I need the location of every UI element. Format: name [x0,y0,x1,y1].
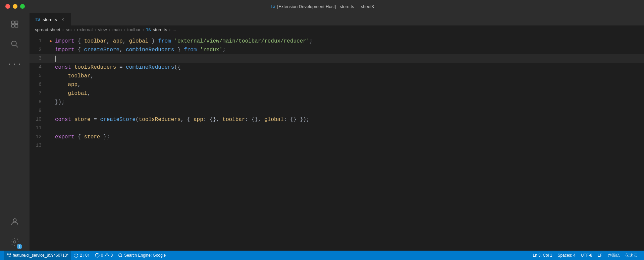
breadcrumb-item-7[interactable]: ... [173,27,176,32]
status-line-ending[interactable]: LF [595,251,605,260]
breadcrumb-sep-4: › [124,27,125,32]
breadcrumb-sep-1: › [74,27,75,32]
breadcrumb-item-3[interactable]: view [98,27,107,32]
breadcrumb-item-2[interactable]: external [77,27,93,32]
code-line-4: 4 const toolsReducers = combineReducers(… [30,63,644,72]
line-content-12: export { store }; [52,133,644,141]
explorer-icon[interactable] [6,15,23,33]
line-content-10: const store = createStore(toolsReducers,… [52,115,644,124]
status-position[interactable]: Ln 3, Col 1 [530,251,555,260]
error-count: 0 [101,253,103,258]
branch-name: feature/di_service_859460713* [13,253,68,258]
maximize-button[interactable] [20,4,25,9]
warning-icon [105,253,109,258]
line-num-5: 5 [30,72,50,80]
line-num-1: 1 [30,37,50,46]
svg-rect-2 [15,21,18,24]
breadcrumb: spread-sheet › src › external › view › m… [30,25,644,34]
svg-point-16 [119,254,122,257]
code-line-10: 10 const store = createStore(toolsReduce… [30,115,644,124]
close-button[interactable] [5,4,10,9]
breadcrumb-item-1[interactable]: src [66,27,71,32]
title-ts-icon: TS [270,4,275,9]
svg-point-4 [12,41,16,46]
code-line-3: 3 [30,54,644,63]
status-branch[interactable]: feature/di_service_859460713* [4,251,71,260]
code-editor[interactable]: 1 ▶ import { toolbar, app, global } from… [30,34,644,251]
line-content-7: global, [52,89,644,98]
activity-bar: ··· 1 [0,13,30,251]
status-right1[interactable]: @混亿 [605,251,623,260]
line-content-8: }); [52,98,644,107]
right1-label: @混亿 [608,253,620,258]
line-num-12: 12 [30,133,50,141]
svg-point-7 [14,241,16,243]
line-num-2: 2 [30,46,50,54]
code-line-7: 7 global, [30,89,644,98]
code-line-2: 2 import { createStore, combineReducers … [30,46,644,54]
status-sync[interactable]: 2↓ 0↑ [71,251,92,260]
line-num-8: 8 [30,98,50,107]
more-activity-icon[interactable]: ··· [6,56,23,73]
status-encoding[interactable]: UTF-8 [578,251,595,260]
status-search-engine[interactable]: Search Engine: Google [115,251,168,260]
search-engine-label: Search Engine: Google [124,253,166,258]
line-num-11: 11 [30,124,50,133]
code-line-5: 5 toolbar, [30,72,644,80]
line-num-6: 6 [30,80,50,89]
line-content-5: toolbar, [52,72,644,80]
line-content-2: import { createStore, combineReducers } … [52,46,644,54]
line-content-4: const toolsReducers = combineReducers({ [52,63,644,72]
search-activity-icon[interactable] [6,36,23,53]
warning-count: 0 [111,253,113,258]
breadcrumb-item-5[interactable]: toolbar [127,27,141,32]
svg-rect-1 [12,24,14,27]
main-container: ··· 1 TS store.ts × [0,13,644,251]
line-num-3: 3 [30,54,50,63]
code-line-13: 13 [30,141,644,150]
position-label: Ln 3, Col 1 [533,253,552,258]
title-bar: TS [Extension Development Host] - store.… [0,0,644,13]
code-line-12: 12 export { store }; [30,133,644,141]
window-controls [5,4,25,9]
tab-store-ts[interactable]: TS store.ts × [30,13,71,25]
status-bar: feature/di_service_859460713* 2↓ 0↑ 0 0 … [0,251,644,260]
encoding-label: UTF-8 [581,253,592,258]
search-status-icon [118,253,123,258]
tab-close-button[interactable]: × [60,16,66,22]
code-line-6: 6 app, [30,80,644,89]
code-line-11: 11 [30,124,644,133]
minimize-button[interactable] [13,4,17,9]
settings-badge: 1 [17,244,22,249]
breadcrumb-sep-6: › [169,27,170,32]
svg-point-9 [10,256,11,257]
svg-point-6 [13,219,16,222]
right2-label: 亿速云 [625,253,637,258]
line-num-10: 10 [30,115,50,124]
line-num-7: 7 [30,89,50,98]
breadcrumb-item-4[interactable]: main [112,27,122,32]
sync-icon [74,253,78,258]
tabs-bar: TS store.ts × [30,13,644,25]
svg-line-17 [121,256,122,257]
breadcrumb-item-6[interactable]: store.ts [153,27,167,32]
breadcrumb-item-0[interactable]: spread-sheet [35,27,60,32]
code-line-9: 9 [30,107,644,115]
status-errors[interactable]: 0 0 [92,251,115,260]
code-line-8: 8 }); [30,98,644,107]
line-num-9: 9 [30,107,50,115]
settings-activity-icon[interactable]: 1 [6,233,23,251]
status-right2[interactable]: 亿速云 [623,251,640,260]
spaces-label: Spaces: 4 [557,253,575,258]
sync-status: 2↓ 0↑ [80,253,90,258]
svg-rect-0 [12,21,14,24]
status-spaces[interactable]: Spaces: 4 [555,251,578,260]
line-content-3 [52,54,644,63]
svg-line-5 [16,45,18,47]
account-activity-icon[interactable] [6,213,23,231]
tab-label: store.ts [43,17,57,22]
breadcrumb-sep-3: › [109,27,110,32]
breadcrumb-sep-0: › [62,27,64,32]
breadcrumb-ts-icon: TS [146,28,151,32]
line-indicator-1: ▶ [50,37,52,46]
